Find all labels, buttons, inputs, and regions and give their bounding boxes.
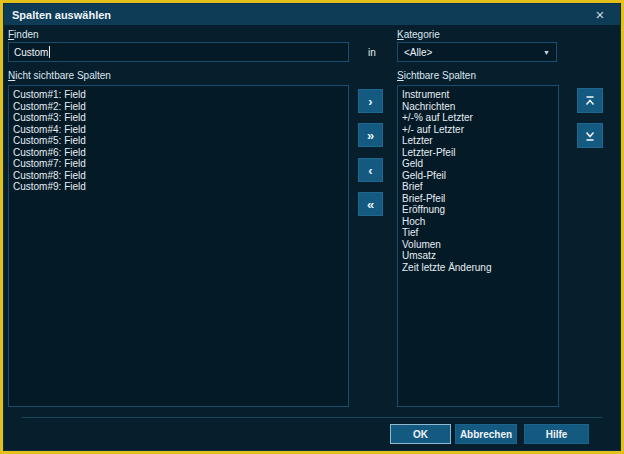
list-item[interactable]: Nachrichten xyxy=(398,101,558,113)
list-item[interactable]: Custom#9: Field xyxy=(9,181,348,193)
visible-columns-list[interactable]: InstrumentNachrichten+/-% auf Letzter+/-… xyxy=(397,85,559,407)
chevron-down-icon: ▼ xyxy=(543,49,550,56)
list-item[interactable]: Umsatz xyxy=(398,250,558,262)
in-label: in xyxy=(368,47,376,58)
category-label: Kategorie xyxy=(397,29,440,40)
move-to-top-button[interactable] xyxy=(577,88,603,113)
list-item[interactable]: Zeit letzte Änderung xyxy=(398,262,558,274)
dialog-title: Spalten auswählen xyxy=(4,9,111,21)
text-caret xyxy=(49,46,50,58)
find-label: Finden xyxy=(8,29,39,40)
list-item[interactable]: Hoch xyxy=(398,216,558,228)
list-item[interactable]: Letzter-Pfeil xyxy=(398,147,558,159)
list-item[interactable]: +/- auf Letzter xyxy=(398,124,558,136)
move-to-bottom-button[interactable] xyxy=(577,123,603,148)
list-item[interactable]: Brief xyxy=(398,181,558,193)
category-selected-value: <Alle> xyxy=(404,47,432,58)
ok-button[interactable]: OK xyxy=(390,424,451,444)
available-columns-label: Nicht sichtbare Spalten xyxy=(8,70,111,81)
list-item[interactable]: Custom#7: Field xyxy=(9,158,348,170)
list-item[interactable]: Custom#2: Field xyxy=(9,101,348,113)
list-item[interactable]: +/-% auf Letzter xyxy=(398,112,558,124)
list-item[interactable]: Brief-Pfeil xyxy=(398,193,558,205)
list-item[interactable]: Geld-Pfeil xyxy=(398,170,558,182)
add-all-columns-button[interactable]: » xyxy=(358,123,383,147)
list-item[interactable]: Custom#3: Field xyxy=(9,112,348,124)
list-item[interactable]: Eröffnung xyxy=(398,204,558,216)
list-item[interactable]: Custom#1: Field xyxy=(9,89,348,101)
list-item[interactable]: Volumen xyxy=(398,239,558,251)
remove-all-columns-button[interactable]: « xyxy=(358,192,383,216)
add-column-button[interactable]: › xyxy=(358,89,383,113)
footer-separator xyxy=(22,417,602,418)
move-to-bottom-icon xyxy=(583,129,597,143)
help-button[interactable]: Hilfe xyxy=(524,424,589,444)
columns-dialog: Spalten auswählen × Finden Custom in Kat… xyxy=(0,0,624,454)
close-icon[interactable]: × xyxy=(590,4,610,25)
visible-columns-label: Sichtbare Spalten xyxy=(397,70,476,81)
list-item[interactable]: Custom#4: Field xyxy=(9,124,348,136)
move-to-top-icon xyxy=(583,94,597,108)
cancel-button[interactable]: Abbrechen xyxy=(455,424,517,444)
available-columns-list[interactable]: Custom#1: FieldCustom#2: FieldCustom#3: … xyxy=(8,85,349,407)
list-item[interactable]: Geld xyxy=(398,158,558,170)
list-item[interactable]: Custom#8: Field xyxy=(9,170,348,182)
list-item[interactable]: Instrument xyxy=(398,89,558,101)
find-input-value: Custom xyxy=(14,47,48,58)
list-item[interactable]: Tief xyxy=(398,227,558,239)
remove-column-button[interactable]: ‹ xyxy=(358,158,383,182)
category-dropdown[interactable]: <Alle> ▼ xyxy=(397,42,557,62)
list-item[interactable]: Custom#5: Field xyxy=(9,135,348,147)
list-item[interactable]: Letzter xyxy=(398,135,558,147)
titlebar: Spalten auswählen × xyxy=(4,4,620,25)
find-input[interactable]: Custom xyxy=(8,42,349,62)
list-item[interactable]: Custom#6: Field xyxy=(9,147,348,159)
